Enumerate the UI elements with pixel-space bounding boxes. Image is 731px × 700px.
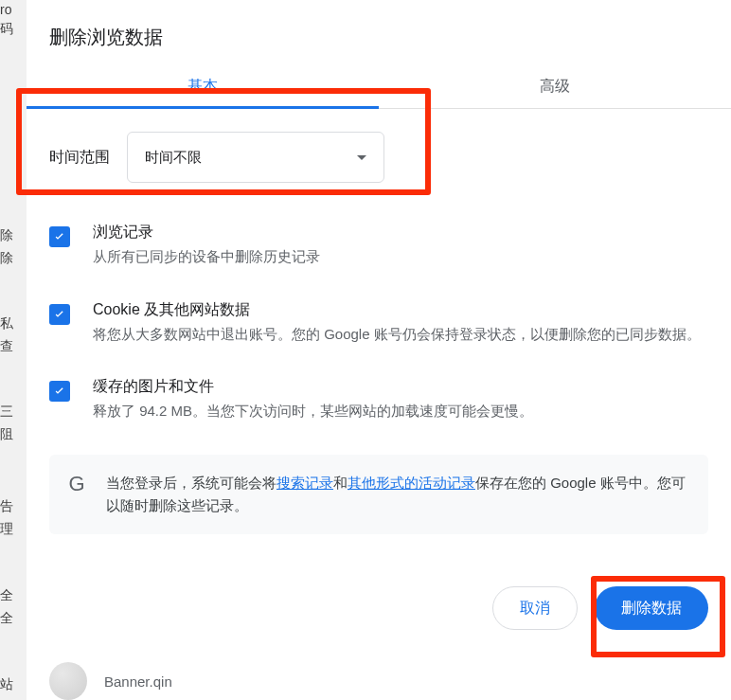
option-text: Cookie 及其他网站数据 将您从大多数网站中退出账号。您的 Google 账… (93, 300, 708, 346)
option-desc: 释放了 94.2 MB。当您下次访问时，某些网站的加载速度可能会更慢。 (93, 401, 708, 422)
dialog-buttons: 取消 删除数据 (27, 548, 731, 630)
option-title: 浏览记录 (93, 223, 708, 242)
cancel-button[interactable]: 取消 (492, 586, 578, 630)
option-cache: 缓存的图片和文件 释放了 94.2 MB。当您下次访问时，某些网站的加载速度可能… (49, 377, 708, 422)
checkbox-cookies[interactable] (49, 304, 70, 325)
clear-browsing-data-dialog: 删除浏览数据 基本 高级 时间范围 时间不限 浏览记录 从所有已同步的设备中删除… (27, 0, 731, 700)
google-g-icon: G (64, 472, 89, 496)
option-title: 缓存的图片和文件 (93, 377, 708, 397)
check-icon (52, 384, 67, 399)
checkbox-browsing-history[interactable] (49, 226, 70, 247)
option-cookies: Cookie 及其他网站数据 将您从大多数网站中退出账号。您的 Google 账… (49, 300, 708, 346)
checkbox-cache[interactable] (49, 381, 70, 402)
time-range-row: 时间范围 时间不限 (49, 132, 708, 183)
google-account-info: G 当您登录后，系统可能会将搜索记录和其他形式的活动记录保存在您的 Google… (49, 455, 708, 534)
link-search-history[interactable]: 搜索记录 (276, 475, 333, 491)
account-name: Banner.qin (104, 673, 172, 690)
tabs: 基本 高级 (27, 67, 731, 109)
time-range-value: 时间不限 (145, 149, 202, 167)
chevron-down-icon (357, 155, 366, 160)
option-desc: 从所有已同步的设备中删除历史记录 (93, 246, 708, 268)
account-row: Banner.qin (27, 630, 731, 700)
info-text-mid: 和 (333, 475, 348, 491)
info-text: 当您登录后，系统可能会将搜索记录和其他形式的活动记录保存在您的 Google 账… (106, 472, 686, 517)
option-title: Cookie 及其他网站数据 (93, 300, 708, 320)
time-range-select[interactable]: 时间不限 (127, 132, 384, 183)
check-icon (52, 229, 67, 244)
tab-advanced[interactable]: 高级 (379, 67, 731, 108)
tab-basic[interactable]: 基本 (27, 67, 379, 108)
option-browsing-history: 浏览记录 从所有已同步的设备中删除历史记录 (49, 223, 708, 268)
dialog-title: 删除浏览数据 (27, 0, 731, 67)
option-text: 浏览记录 从所有已同步的设备中删除历史记录 (93, 223, 708, 268)
dialog-content: 时间范围 时间不限 浏览记录 从所有已同步的设备中删除历史记录 Cookie 及… (27, 109, 731, 548)
option-text: 缓存的图片和文件 释放了 94.2 MB。当您下次访问时，某些网站的加载速度可能… (93, 377, 708, 422)
delete-data-button[interactable]: 删除数据 (595, 586, 708, 630)
time-range-label: 时间范围 (49, 148, 110, 168)
check-icon (52, 307, 67, 322)
background-sidebar-text: ro 码 除 除 私 查 三 阻 告 理 全 全 站 (0, 0, 28, 700)
link-other-activity[interactable]: 其他形式的活动记录 (348, 475, 475, 491)
info-text-pre: 当您登录后，系统可能会将 (106, 475, 276, 491)
avatar (49, 662, 87, 700)
option-desc: 将您从大多数网站中退出账号。您的 Google 账号仍会保持登录状态，以便删除您… (93, 324, 708, 346)
